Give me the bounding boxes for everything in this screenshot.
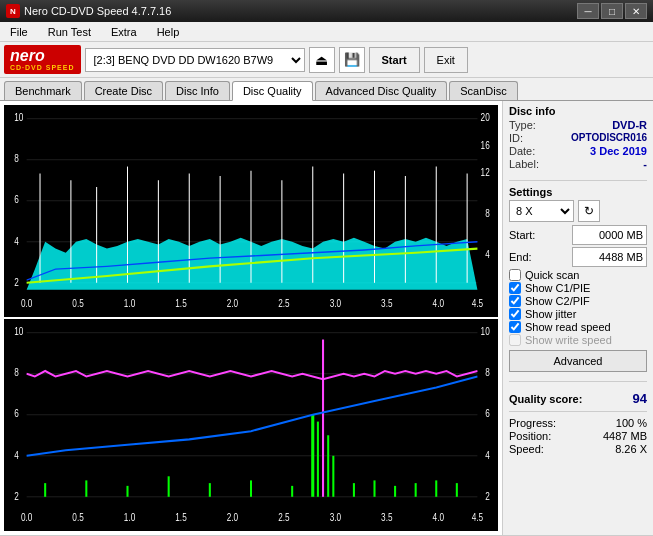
save-button[interactable]: 💾 [339, 47, 365, 73]
show-write-speed-checkbox[interactable] [509, 334, 521, 346]
svg-text:8: 8 [14, 152, 19, 164]
svg-text:2.0: 2.0 [227, 511, 238, 523]
svg-text:2: 2 [14, 489, 19, 501]
drive-selector[interactable]: [2:3] BENQ DVD DD DW1620 B7W9 [85, 48, 305, 72]
menu-bar: File Run Test Extra Help [0, 22, 653, 42]
eject-button[interactable]: ⏏ [309, 47, 335, 73]
label-label: Label: [509, 158, 539, 170]
id-row: ID: OPTODISCR016 [509, 132, 647, 144]
label-row: Label: - [509, 158, 647, 170]
tab-create-disc[interactable]: Create Disc [84, 81, 163, 100]
quick-scan-label: Quick scan [525, 269, 579, 281]
menu-extra[interactable]: Extra [105, 24, 143, 40]
show-c2pif-checkbox[interactable] [509, 295, 521, 307]
progress-value: 100 % [616, 417, 647, 429]
svg-text:4: 4 [485, 448, 490, 460]
svg-text:4: 4 [14, 448, 19, 460]
svg-text:8: 8 [485, 207, 490, 219]
tab-scan-disc[interactable]: ScanDisc [449, 81, 517, 100]
svg-text:8: 8 [485, 366, 490, 378]
date-label: Date: [509, 145, 535, 157]
quality-score-label: Quality score: [509, 393, 582, 405]
svg-text:10: 10 [14, 325, 23, 337]
exit-button[interactable]: Exit [424, 47, 468, 73]
show-c1pie-checkbox[interactable] [509, 282, 521, 294]
tab-disc-info[interactable]: Disc Info [165, 81, 230, 100]
tabs: Benchmark Create Disc Disc Info Disc Qua… [0, 78, 653, 101]
menu-file[interactable]: File [4, 24, 34, 40]
show-read-speed-checkbox[interactable] [509, 321, 521, 333]
svg-text:20: 20 [481, 111, 490, 123]
show-c2pif-label: Show C2/PIF [525, 295, 590, 307]
svg-text:2.5: 2.5 [278, 511, 289, 523]
show-read-speed-row: Show read speed [509, 321, 647, 333]
date-row: Date: 3 Dec 2019 [509, 145, 647, 157]
svg-text:2: 2 [14, 275, 19, 287]
eject-icon: ⏏ [315, 52, 328, 68]
speed-selector[interactable]: 8 X [509, 200, 574, 222]
svg-text:16: 16 [481, 139, 490, 151]
start-input[interactable] [572, 225, 647, 245]
speed-value: 8.26 X [615, 443, 647, 455]
svg-text:2.5: 2.5 [278, 297, 289, 309]
settings-section: Settings 8 X ↻ Start: End: [509, 186, 647, 372]
app-icon: N [6, 4, 20, 18]
title-bar: N Nero CD-DVD Speed 4.7.7.16 ─ □ ✕ [0, 0, 653, 22]
svg-text:1.5: 1.5 [175, 511, 186, 523]
nero-logo: nero CD·DVD SPEED [4, 45, 81, 74]
pif-chart: 10 8 6 4 2 10 8 6 4 2 [4, 319, 498, 531]
speed-row: 8 X ↻ [509, 200, 647, 222]
title-bar-buttons: ─ □ ✕ [577, 3, 647, 19]
toolbar: nero CD·DVD SPEED [2:3] BENQ DVD DD DW16… [0, 42, 653, 78]
svg-text:2.0: 2.0 [227, 297, 238, 309]
type-row: Type: DVD-R [509, 119, 647, 131]
disc-info-section: Disc info Type: DVD-R ID: OPTODISCR016 D… [509, 105, 647, 171]
start-button[interactable]: Start [369, 47, 420, 73]
svg-text:0.5: 0.5 [72, 297, 83, 309]
close-button[interactable]: ✕ [625, 3, 647, 19]
end-field-row: End: [509, 247, 647, 267]
position-value: 4487 MB [603, 430, 647, 442]
pie-chart: 20 16 12 8 4 10 8 6 4 2 [4, 105, 498, 317]
progress-section: Progress: 100 % Position: 4487 MB Speed:… [509, 417, 647, 456]
svg-text:4.0: 4.0 [433, 511, 444, 523]
end-input[interactable] [572, 247, 647, 267]
settings-title: Settings [509, 186, 647, 198]
maximize-button[interactable]: □ [601, 3, 623, 19]
svg-text:3.0: 3.0 [330, 297, 341, 309]
svg-text:8: 8 [14, 366, 19, 378]
tab-benchmark[interactable]: Benchmark [4, 81, 82, 100]
svg-text:3.5: 3.5 [381, 297, 392, 309]
pie-chart-container: 20 16 12 8 4 10 8 6 4 2 [4, 105, 498, 317]
svg-text:3.5: 3.5 [381, 511, 392, 523]
svg-text:1.0: 1.0 [124, 511, 135, 523]
svg-text:6: 6 [14, 193, 19, 205]
refresh-icon: ↻ [584, 204, 594, 218]
tab-advanced-disc-quality[interactable]: Advanced Disc Quality [315, 81, 448, 100]
svg-text:10: 10 [14, 111, 23, 123]
svg-text:6: 6 [14, 407, 19, 419]
window-title: Nero CD-DVD Speed 4.7.7.16 [24, 5, 171, 17]
menu-help[interactable]: Help [151, 24, 186, 40]
quality-score-row: Quality score: 94 [509, 391, 647, 406]
show-jitter-checkbox[interactable] [509, 308, 521, 320]
speed-row-progress: Speed: 8.26 X [509, 443, 647, 455]
divider3 [509, 411, 647, 412]
quick-scan-checkbox[interactable] [509, 269, 521, 281]
menu-run-test[interactable]: Run Test [42, 24, 97, 40]
minimize-button[interactable]: ─ [577, 3, 599, 19]
start-field-row: Start: [509, 225, 647, 245]
show-write-speed-row: Show write speed [509, 334, 647, 346]
speed-label: Speed: [509, 443, 544, 455]
type-label: Type: [509, 119, 536, 131]
svg-text:12: 12 [481, 166, 490, 178]
show-write-speed-label: Show write speed [525, 334, 612, 346]
title-bar-left: N Nero CD-DVD Speed 4.7.7.16 [6, 4, 171, 18]
date-value: 3 Dec 2019 [590, 145, 647, 157]
show-c2pif-row: Show C2/PIF [509, 295, 647, 307]
advanced-button[interactable]: Advanced [509, 350, 647, 372]
nero-logo-subtitle: CD·DVD SPEED [10, 64, 75, 72]
tab-disc-quality[interactable]: Disc Quality [232, 81, 313, 101]
svg-text:4.0: 4.0 [433, 297, 444, 309]
refresh-button[interactable]: ↻ [578, 200, 600, 222]
